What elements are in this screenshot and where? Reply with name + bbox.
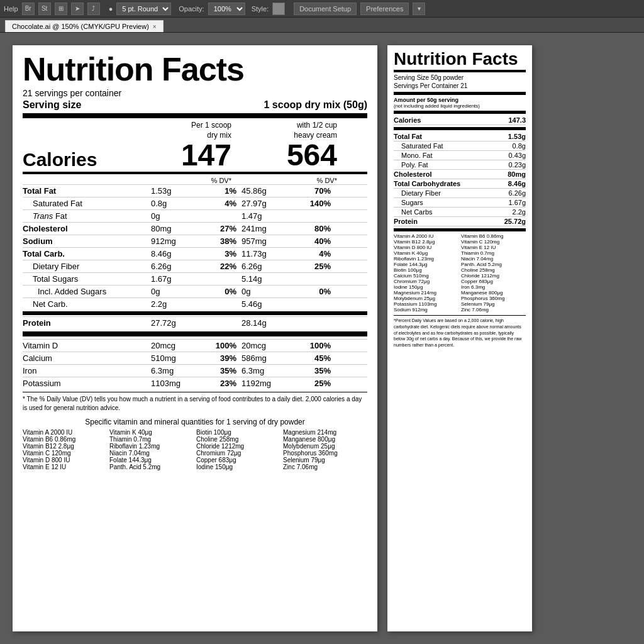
vit-item-22: Iodine 150μg <box>196 464 280 470</box>
nutrient-label-2: Trans Fat <box>23 211 148 221</box>
nutrient-val1-5: 8.46g <box>148 249 199 258</box>
vit-val1-1: 510mg <box>148 353 199 363</box>
vit-item-7: Manganese 800μg <box>283 436 367 443</box>
sp-nutrient-row-9: Protein25.72g <box>394 217 526 226</box>
vitamin-row-3: Potassium 1103mg 23% 1192mg 25% <box>23 377 367 389</box>
sp-calories-label: Calories <box>394 116 421 124</box>
sp-nut-label-5: Total Carbohydrates <box>394 180 460 187</box>
nutrient-val1-7: 1.67g <box>148 274 199 284</box>
tab-close-icon[interactable]: × <box>153 23 157 30</box>
protein-val2: 28.14g <box>236 318 287 328</box>
sp-vit-item-12: Biotin 100μg <box>394 267 458 273</box>
vitamin-table-title: Specific vitamin and mineral quantities … <box>23 418 367 426</box>
vit-item-0: Vitamin A 2000 IU <box>23 429 107 436</box>
vit-item-13: Niacin 7.04mg <box>109 450 194 457</box>
nutrient-label-4: Sodium <box>23 236 148 246</box>
more-icon[interactable]: ▾ <box>413 3 425 15</box>
vit-item-11: Molybdenum 25μg <box>283 443 367 450</box>
vit-item-17: Folate 144.3μg <box>109 457 194 464</box>
sp-vit-item-13: Choline 258mg <box>461 267 526 273</box>
vit-val2-0: 20mcg <box>236 341 287 350</box>
preferences-button[interactable]: Preferences <box>360 3 409 15</box>
nutrient-pct1-0: 1% <box>199 186 236 196</box>
sp-vit-item-4: Vitamin D 800 IU <box>394 245 458 250</box>
vit-pct1-2: 35% <box>199 366 236 375</box>
sp-vit-item-7: Thiamin 0.7mg <box>461 250 526 256</box>
sp-vit-item-3: Vitamin C 120mg <box>461 239 526 245</box>
sp-vit-item-2: Vitamin B12 2.8μg <box>394 239 458 245</box>
nutrient-label-1: Saturated Fat <box>23 199 148 208</box>
thick-bar-2 <box>23 331 367 336</box>
sp-thick-bar-1 <box>394 92 526 95</box>
sp-vit-item-16: Chromium 72μg <box>394 279 458 284</box>
sp-vit-item-1: Vitamin B6 0.86mg <box>461 233 526 239</box>
calories-row: Calories 147 564 <box>23 140 367 170</box>
vitamin-row-2: Iron 6.3mg 35% 6.3mg 35% <box>23 364 367 377</box>
nutrient-pct1-1: 4% <box>199 199 236 208</box>
stroke-select[interactable]: 5 pt. Round <box>116 3 171 15</box>
grid-icon[interactable]: ⊞ <box>55 3 67 15</box>
nutrient-val1-9: 2.2g <box>148 299 199 309</box>
nutrient-pct1-3: 27% <box>199 224 236 233</box>
footer-text: * The % Daily Value (DV) tells you how m… <box>23 396 362 411</box>
sp-nut-label-7: Sugars <box>401 199 423 206</box>
sp-nut-label-2: Mono. Fat <box>401 152 433 159</box>
nf-serving-size-row: Serving size 1 scoop dry mix (50g) <box>23 99 367 111</box>
vit-item-1: Vitamin K 40μg <box>109 429 194 436</box>
vit-label-0: Vitamin D <box>23 341 148 350</box>
vitamin-row-0: Vitamin D 20mcg 100% 20mcg 100% <box>23 339 367 352</box>
style-swatch[interactable] <box>272 3 285 15</box>
nutrient-val2-6: 6.26g <box>236 262 287 271</box>
vit-item-18: Copper 683μg <box>196 457 280 464</box>
sp-nutrient-row-8: Net Carbs2.2g <box>394 208 526 217</box>
help-menu[interactable]: Help <box>4 5 18 13</box>
vit-item-4: Vitamin B6 0.86mg <box>23 436 107 443</box>
protein-black-bar <box>23 311 367 315</box>
nutrient-val1-3: 80mg <box>148 224 199 233</box>
tab-label: Chocolate.ai @ 150% (CMYK/GPU Preview) <box>12 23 149 30</box>
col-header: Per 1 scoop dry mix with 1/2 cup heavy c… <box>23 121 367 140</box>
sp-nutrient-row-7: Sugars1.67g <box>394 198 526 208</box>
sp-amount-label: Amount per 50g serving <box>394 97 526 103</box>
sp-vit-item-19: Iron 6.3mg <box>461 284 526 290</box>
sp-nut-val-4: 80mg <box>508 170 526 178</box>
nutrient-pct1-6: 22% <box>199 262 236 271</box>
sp-servings-per: Servings Per Container 21 <box>394 82 526 89</box>
nutrient-val1-6: 6.26g <box>148 262 199 271</box>
nutrient-val2-2: 1.47g <box>236 211 287 221</box>
nutrient-label-8: Incl. Added Sugars <box>23 287 148 296</box>
doc-setup-button[interactable]: Document Setup <box>294 3 357 15</box>
vit-item-5: Thiamin 0.7mg <box>109 436 194 443</box>
vit-label-3: Potassium <box>23 379 148 388</box>
stroke-dot: ● <box>109 5 113 13</box>
protein-val1: 27.72g <box>148 318 199 328</box>
nutrient-val2-7: 5.14g <box>236 274 287 284</box>
st-icon[interactable]: St <box>38 3 51 15</box>
sp-nut-val-7: 1.67g <box>508 199 526 206</box>
nutrient-pct2-6: 25% <box>287 262 331 271</box>
vit-pct1-0: 100% <box>199 341 236 350</box>
share-icon[interactable]: ⤴ <box>87 3 100 15</box>
vit-item-8: Vitamin B12 2.8μg <box>23 443 107 450</box>
tab-bar: Chocolate.ai @ 150% (CMYK/GPU Preview) × <box>0 18 644 33</box>
canvas-area: Nutrition Facts 21 servings per containe… <box>0 33 644 644</box>
vit-val1-0: 20mcg <box>148 341 199 350</box>
sp-nutrient-row-3: Poly. Fat0.23g <box>394 160 526 170</box>
sp-vit-item-20: Magnesium 214mg <box>394 290 458 296</box>
nutrient-val2-9: 5.46g <box>236 299 287 309</box>
nutrient-row-4: Sodium 912mg 38% 957mg 40% <box>23 235 367 247</box>
sp-nut-val-8: 2.2g <box>513 208 526 216</box>
opacity-select[interactable]: 100% <box>208 3 245 15</box>
tab-chocolate[interactable]: Chocolate.ai @ 150% (CMYK/GPU Preview) × <box>5 20 164 32</box>
nutrient-label-5: Total Carb. <box>23 249 148 258</box>
br-icon[interactable]: Br <box>22 3 35 15</box>
arrow-icon[interactable]: ➤ <box>71 3 84 15</box>
nf-servings: 21 servings per container <box>23 88 367 98</box>
vit-label-1: Calcium <box>23 353 148 363</box>
sp-nutrient-row-2: Mono. Fat0.43g <box>394 151 526 160</box>
vit-item-20: Vitamin E 12 IU <box>23 464 107 470</box>
vit-item-9: Riboflavin 1.23mg <box>109 443 194 450</box>
nutrient-val1-4: 912mg <box>148 236 199 246</box>
toolbar: Help Br St ⊞ ➤ ⤴ ● 5 pt. Round Opacity: … <box>0 0 644 18</box>
nutrient-pct2-3: 80% <box>287 224 331 233</box>
